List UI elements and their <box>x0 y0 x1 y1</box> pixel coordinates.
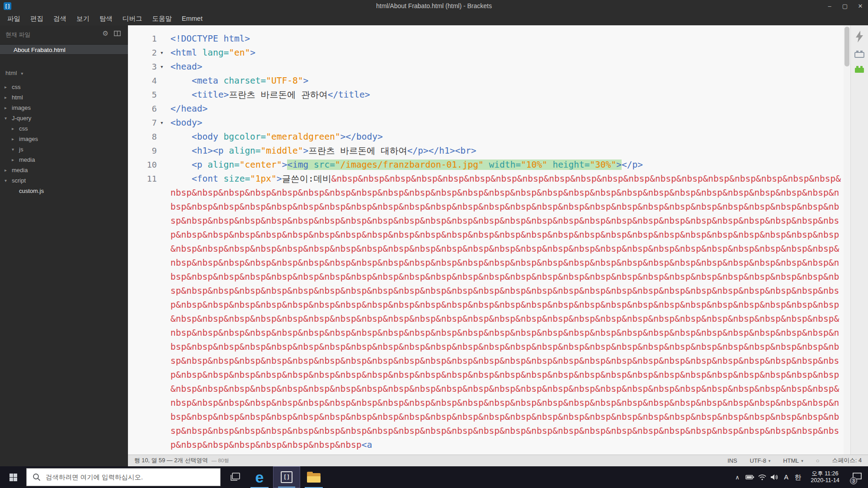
code-line-9[interactable]: 9 <h1><p align="middle">프란츠 바르돈에 대하여</p>… <box>128 144 842 158</box>
volume-icon[interactable] <box>768 466 780 488</box>
working-file-About Frabato.html[interactable]: About Frabato.html <box>0 44 128 55</box>
code-token-tag: <p <box>192 160 208 170</box>
chevron-down-icon[interactable]: ▾ <box>12 144 19 155</box>
ime-korean-indicator[interactable]: 한 <box>792 466 804 488</box>
tree-folder-js[interactable]: ▾js <box>0 144 128 155</box>
code-line-7[interactable]: 7▾<body> <box>128 116 842 130</box>
start-button[interactable] <box>0 466 26 488</box>
overwrite-indicator[interactable]: INS <box>727 457 737 464</box>
code-line-8[interactable]: 8 <body bgcolor="emeraldgreen"></body> <box>128 130 842 144</box>
taskbar-brackets-button[interactable]: [] <box>273 466 300 488</box>
tree-folder-css[interactable]: ▸css <box>0 123 128 134</box>
tray-chevron-up-icon[interactable]: ∧ <box>731 466 744 488</box>
window-controls: – ▢ ✕ <box>822 0 868 12</box>
taskbar-edge-button[interactable]: e <box>246 466 273 488</box>
code-token-tag: </head> <box>170 103 208 114</box>
title-bar[interactable]: [] html/About Frabato.html (html) - Brac… <box>0 0 868 12</box>
battery-icon[interactable] <box>744 466 756 488</box>
line-number: 3 <box>128 60 157 74</box>
menu-item-Emmet[interactable]: Emmet <box>177 12 208 25</box>
tree-folder-script[interactable]: ▾script <box>0 175 128 186</box>
project-root-label: html <box>5 70 17 76</box>
encoding-selector[interactable]: UTF-8 ▾ <box>750 457 771 464</box>
code-line-3[interactable]: 3▾<head> <box>128 60 842 74</box>
fold-arrow-icon[interactable]: ▾ <box>157 116 170 130</box>
project-root-selector[interactable]: html ▾ <box>0 68 128 78</box>
task-view-button[interactable] <box>224 466 246 488</box>
tree-label: media <box>12 165 28 175</box>
extension-manager-icon[interactable] <box>854 50 864 58</box>
code-line-4[interactable]: 4 <meta charset="UTF-8"> <box>128 74 842 88</box>
chevron-right-icon[interactable]: ▸ <box>5 82 12 92</box>
network-icon[interactable] <box>756 466 768 488</box>
close-button[interactable]: ✕ <box>853 0 868 12</box>
fold-spacer <box>157 172 170 186</box>
vertical-scrollbar[interactable] <box>844 25 850 455</box>
code-line-11[interactable]: 11 <font size="1px">글쓴이:데비&nbsp&nbsp&nbs… <box>128 172 842 452</box>
code-token-tag: <meta <box>192 75 223 86</box>
taskbar-search-input[interactable]: 검색하려면 여기에 입력하십시오. <box>26 468 221 486</box>
editor[interactable]: 1<!DOCTYPE html>2▾<html lang="en">3▾<hea… <box>128 25 850 455</box>
ime-english-indicator[interactable]: A <box>780 466 792 488</box>
search-icon <box>33 473 41 481</box>
code-token-tag: > <box>250 47 255 58</box>
code-content: <body> <box>170 116 842 130</box>
minimize-button[interactable]: – <box>822 0 837 12</box>
gutter: 7▾ <box>128 116 170 130</box>
fold-arrow-icon[interactable]: ▾ <box>157 46 170 60</box>
code-token-attr: bgcolor= <box>223 131 266 142</box>
menu-item-파일[interactable]: 파일 <box>2 12 25 25</box>
code-token-txt <box>547 160 553 170</box>
code-line-5[interactable]: 5 <title>프란츠 바르돈에 관하여</title> <box>128 88 842 102</box>
tree-folder-css[interactable]: ▸css <box>0 82 128 92</box>
menu-item-디버그[interactable]: 디버그 <box>118 12 147 25</box>
gear-icon[interactable]: ⚙ <box>103 30 108 37</box>
tree-folder-J-query[interactable]: ▾J-query <box>0 113 128 123</box>
chevron-right-icon[interactable]: ▸ <box>5 165 12 175</box>
code-line-2[interactable]: 2▾<html lang="en"> <box>128 46 842 60</box>
code-token-str: "emeraldgreen" <box>266 131 340 142</box>
extension-green-icon[interactable] <box>854 65 864 73</box>
chevron-down-icon: ▾ <box>21 71 23 76</box>
chevron-down-icon[interactable]: ▾ <box>5 113 12 123</box>
chevron-right-icon[interactable]: ▸ <box>12 155 19 165</box>
chevron-right-icon[interactable]: ▸ <box>12 134 19 144</box>
tree-folder-html[interactable]: ▸html <box>0 92 128 103</box>
line-number: 10 <box>128 158 157 172</box>
code-token-attr: align= <box>208 160 239 170</box>
code-token-str: "30%" <box>590 160 617 170</box>
chevron-right-icon[interactable]: ▸ <box>5 103 12 113</box>
code-token-txt <box>170 160 192 170</box>
tree-folder-images[interactable]: ▸images <box>0 103 128 113</box>
taskbar-explorer-button[interactable] <box>300 466 327 488</box>
taskbar-clock[interactable]: 오후 11:26 2020-11-14 <box>804 466 846 488</box>
scrollbar-thumb[interactable] <box>844 27 849 66</box>
tree-folder-media[interactable]: ▸media <box>0 165 128 175</box>
menu-item-보기[interactable]: 보기 <box>71 12 94 25</box>
tree-folder-media[interactable]: ▸media <box>0 155 128 165</box>
indent-setting[interactable]: 스페이스: 4 <box>832 457 862 465</box>
maximize-button[interactable]: ▢ <box>837 0 853 12</box>
chevron-right-icon[interactable]: ▸ <box>12 123 19 134</box>
code-line-10[interactable]: 10 <p align="center"><img src="/images/f… <box>128 158 842 172</box>
window-title: html/About Frabato.html (html) - Bracket… <box>0 0 868 12</box>
working-files-list: About Frabato.html <box>0 44 128 55</box>
language-selector[interactable]: HTML ▾ <box>783 457 803 464</box>
menu-item-편집[interactable]: 편집 <box>25 12 48 25</box>
tree-file-custom.js[interactable]: custom.js <box>0 186 128 196</box>
tree-folder-images[interactable]: ▸images <box>0 134 128 144</box>
code-line-6[interactable]: 6</head> <box>128 102 842 116</box>
menu-item-도움말[interactable]: 도움말 <box>147 12 177 25</box>
fold-arrow-icon[interactable]: ▾ <box>157 60 170 74</box>
chevron-down-icon[interactable]: ▾ <box>5 175 12 186</box>
code-token-tag: <font <box>192 174 223 184</box>
menu-item-검색[interactable]: 검색 <box>48 12 71 25</box>
lint-status-icon[interactable]: ○ <box>816 457 820 464</box>
chevron-right-icon[interactable]: ▸ <box>5 92 12 103</box>
code-token-str: "1px" <box>250 174 277 184</box>
live-preview-icon[interactable] <box>855 31 863 42</box>
code-line-1[interactable]: 1<!DOCTYPE html> <box>128 32 842 46</box>
menu-item-탐색[interactable]: 탐색 <box>94 12 118 25</box>
split-view-icon[interactable] <box>114 31 121 36</box>
action-center-button[interactable]: 3 <box>846 466 868 488</box>
